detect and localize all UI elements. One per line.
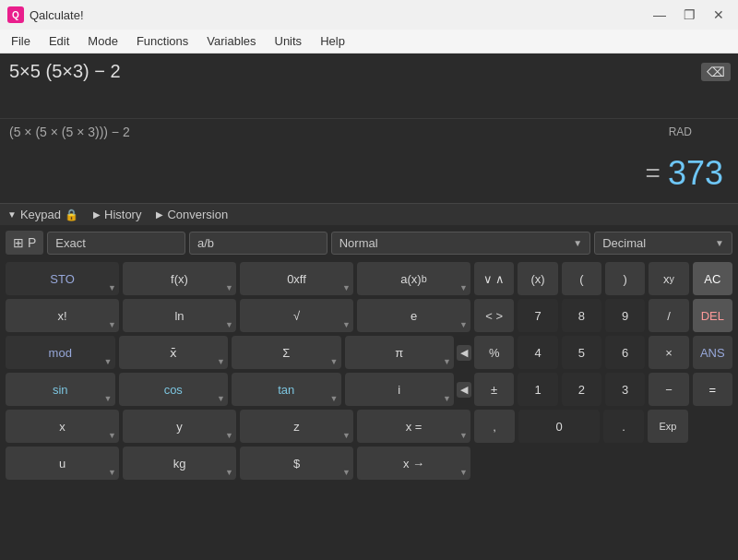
lparen-button[interactable]: ( (562, 262, 601, 295)
xeq-button[interactable]: x =▼ (357, 410, 470, 443)
result-area: = 373 (0, 143, 738, 203)
cos-button[interactable]: cos▼ (119, 373, 229, 406)
comma-button[interactable]: , (474, 410, 515, 443)
minus-button[interactable]: − (649, 373, 688, 406)
sqrt-button[interactable]: √▼ (240, 299, 353, 332)
normal-dropdown-arrow: ▼ (573, 238, 582, 248)
history-label: History (104, 208, 141, 221)
hex-button[interactable]: 0xff▼ (240, 262, 353, 295)
exact-dropdown[interactable]: Exact (47, 232, 185, 255)
rparen-button[interactable]: ) (605, 262, 645, 295)
numpad-row-2: < > 7 8 9 / DEL (474, 299, 732, 332)
del-button[interactable]: DEL (693, 299, 732, 332)
menu-mode[interactable]: Mode (80, 32, 125, 50)
main-keypad: STO▼ f(x)▼ 0xff▼ a(x)b▼ x!▼ ln▼ √▼ e▼ mo… (6, 262, 732, 480)
xbar-button[interactable]: x̄▼ (119, 336, 229, 369)
keypad-arrow-icon: ▼ (7, 209, 17, 220)
grid-button[interactable]: ⊞ P (6, 231, 43, 255)
keypad-row-3: mod▼ x̄▼ Σ▼ π▼ ◀ (6, 336, 470, 369)
menu-variables[interactable]: Variables (199, 32, 263, 50)
num2-button[interactable]: 2 (562, 373, 601, 406)
menu-file[interactable]: File (4, 32, 38, 50)
plusminus-button[interactable]: ± (474, 373, 514, 406)
i-button[interactable]: i▼ (345, 373, 455, 406)
keypad-row-1: STO▼ f(x)▼ 0xff▼ a(x)b▼ (6, 262, 470, 295)
u-button[interactable]: u▼ (6, 447, 119, 480)
expanded-expression: (5 × (5 × (5 × 3))) − 2 (9, 125, 130, 139)
axb-button[interactable]: a(x)b▼ (357, 262, 470, 295)
menu-edit[interactable]: Edit (42, 32, 77, 50)
app-icon: Q (7, 6, 24, 23)
decimal-dropdown[interactable]: Decimal ▼ (594, 232, 732, 255)
numpad-row-3: % 4 5 6 × ANS (474, 336, 732, 369)
num5-button[interactable]: 5 (562, 336, 601, 369)
right-keys: ∨ ∧ (x) ( ) xy AC < > 7 8 9 / DEL % 4 5 (474, 262, 732, 480)
xarrow-button[interactable]: x →▼ (357, 447, 470, 480)
num9-button[interactable]: 9 (605, 299, 645, 332)
parens-x-button[interactable]: (x) (518, 262, 557, 295)
input-area: ⌫ (0, 54, 738, 118)
conversion-arrow-icon: ▶ (156, 209, 163, 220)
expand-button[interactable]: ◀ (457, 345, 471, 361)
z-button[interactable]: z▼ (240, 410, 353, 443)
x-button[interactable]: x▼ (6, 410, 119, 443)
close-button[interactable]: ✕ (707, 6, 731, 24)
divide-button[interactable]: / (649, 299, 688, 332)
app-title: Qalculate! (30, 8, 642, 22)
decimal-button[interactable]: . (603, 410, 644, 443)
num7-button[interactable]: 7 (518, 299, 557, 332)
num8-button[interactable]: 8 (562, 299, 601, 332)
fx-button[interactable]: f(x)▼ (123, 262, 236, 295)
normal-dropdown[interactable]: Normal ▼ (331, 232, 591, 255)
num0-button[interactable]: 0 (518, 410, 600, 443)
ac-button[interactable]: AC (693, 262, 732, 295)
percent-button[interactable]: % (474, 336, 514, 369)
numpad-row-1: ∨ ∧ (x) ( ) xy AC (474, 262, 732, 295)
num3-button[interactable]: 3 (605, 373, 645, 406)
mod-button[interactable]: mod▼ (6, 336, 115, 369)
ln-button[interactable]: ln▼ (123, 299, 236, 332)
fraction-dropdown[interactable]: a/b (189, 232, 327, 255)
history-panel-btn[interactable]: ▶ History (93, 208, 141, 221)
compare-button[interactable]: < > (474, 299, 514, 332)
menu-units[interactable]: Units (268, 32, 310, 50)
keypad-top-bar: ⊞ P Exact a/b Normal ▼ Decimal ▼ (6, 231, 732, 255)
sin-button[interactable]: sin▼ (6, 373, 115, 406)
expand-button-2[interactable]: ◀ (457, 382, 471, 398)
history-arrow-icon: ▶ (93, 209, 101, 220)
e-button[interactable]: e▼ (357, 299, 470, 332)
backspace-button[interactable]: ⌫ (701, 63, 731, 81)
sto-button[interactable]: STO▼ (6, 262, 119, 295)
ans-button[interactable]: ANS (693, 336, 732, 369)
equals-button[interactable]: = (693, 373, 732, 406)
conversion-label: Conversion (167, 208, 228, 221)
angle-mode-badge: RAD (669, 125, 692, 138)
keypad-row-6: u▼ kg▼ $▼ x →▼ (6, 447, 470, 480)
multiply-button[interactable]: × (649, 336, 688, 369)
keypad-panel-btn[interactable]: ▼ Keypad 🔒 (7, 208, 78, 221)
power-button[interactable]: xy (649, 262, 688, 295)
exp-button[interactable]: Exp (648, 410, 688, 443)
conversion-panel-btn[interactable]: ▶ Conversion (156, 208, 228, 221)
y-button[interactable]: y▼ (123, 410, 236, 443)
numpad-row-5: , 0 . Exp (474, 410, 732, 443)
num6-button[interactable]: 6 (605, 336, 645, 369)
num4-button[interactable]: 4 (518, 336, 557, 369)
keypad-row-4: sin▼ cos▼ tan▼ i▼ ◀ (6, 373, 470, 406)
sigma-button[interactable]: Σ▼ (232, 336, 341, 369)
minimize-button[interactable]: — (648, 6, 672, 24)
keypad-row-2: x!▼ ln▼ √▼ e▼ (6, 299, 470, 332)
kg-button[interactable]: kg▼ (123, 447, 236, 480)
logic-button[interactable]: ∨ ∧ (474, 262, 514, 295)
menu-functions[interactable]: Functions (129, 32, 196, 50)
maximize-button[interactable]: ❐ (677, 6, 701, 24)
dollar-button[interactable]: $▼ (240, 447, 353, 480)
expression-input[interactable] (9, 61, 701, 82)
num1-button[interactable]: 1 (518, 373, 557, 406)
menu-help[interactable]: Help (313, 32, 352, 50)
factorial-button[interactable]: x!▼ (6, 299, 119, 332)
tan-button[interactable]: tan▼ (232, 373, 341, 406)
pi-button[interactable]: π▼ (345, 336, 455, 369)
expression-display: (5 × (5 × (5 × 3))) − 2 RAD (0, 118, 738, 143)
expand-divider: ◀ (458, 336, 470, 369)
